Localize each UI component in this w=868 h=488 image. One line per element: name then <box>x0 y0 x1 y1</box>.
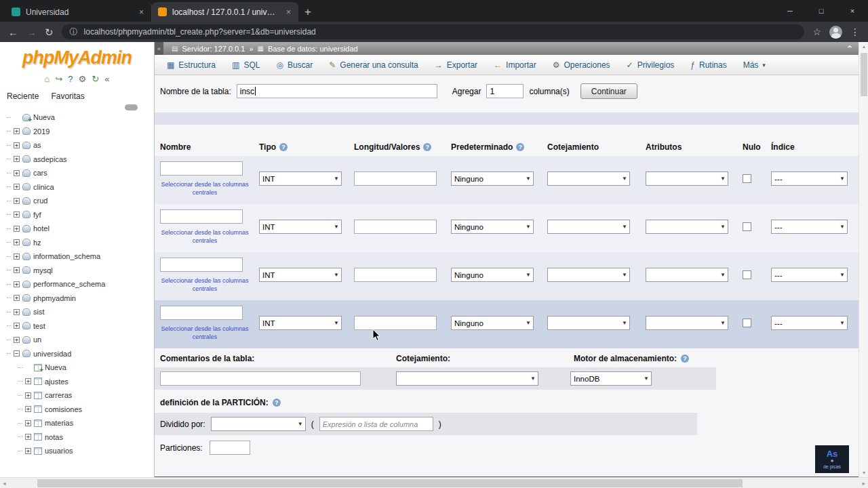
expand-icon[interactable]: + <box>25 420 31 426</box>
breadcrumb-server[interactable]: Servidor: 127.0.0.1 <box>182 45 245 53</box>
collapse-icon[interactable]: − <box>14 350 20 357</box>
favorites-tab[interactable]: Favoritas <box>51 92 84 101</box>
column-default-select[interactable]: Ninguno▼ <box>451 316 534 330</box>
expand-icon[interactable]: + <box>25 406 31 412</box>
tree-item-notas[interactable]: +notas <box>0 430 154 445</box>
tab-close-icon[interactable]: × <box>138 7 145 17</box>
tab-más[interactable]: Más▾ <box>735 55 774 75</box>
tree-item-universidad[interactable]: −universidad <box>0 347 154 361</box>
tab-privilegios[interactable]: ✓Privilegios <box>618 55 683 75</box>
tree-item-mysql[interactable]: +mysql <box>0 264 154 278</box>
expand-icon[interactable]: + <box>25 448 31 454</box>
partition-expression-input[interactable]: Expresión o lista de columna <box>319 417 433 431</box>
tree-item-test[interactable]: +test <box>0 319 154 333</box>
browser-tab-universidad[interactable]: Universidad × <box>5 2 152 22</box>
expand-icon[interactable]: + <box>14 239 20 245</box>
scroll-up-icon[interactable]: ▴ <box>859 43 868 49</box>
column-attributes-select[interactable]: ▼ <box>646 220 728 234</box>
vertical-scrollbar[interactable]: ▴ ▾ <box>859 42 868 477</box>
expand-icon[interactable]: + <box>14 128 20 134</box>
sidebar-settings-pill[interactable] <box>125 104 138 110</box>
column-length-input[interactable] <box>354 171 437 186</box>
maximize-button[interactable]: □ <box>806 0 837 22</box>
tab-importar[interactable]: ←Importar <box>486 55 545 75</box>
column-index-select[interactable]: ---▼ <box>771 220 848 234</box>
sidebar-collapse-handle[interactable]: « <box>155 42 163 55</box>
tree-item-un[interactable]: +un <box>0 333 154 347</box>
browser-tab-phpmyadmin[interactable]: localhost / 127.0.0.1 / universida... × <box>152 2 298 22</box>
column-index-select[interactable]: ---▼ <box>771 316 848 330</box>
table-comments-input[interactable] <box>160 371 361 386</box>
expand-icon[interactable]: + <box>25 434 31 440</box>
site-info-icon[interactable]: ⓘ <box>70 26 78 38</box>
tree-item-asdepicas[interactable]: +asdepicas <box>0 152 154 167</box>
horizontal-scrollbar[interactable]: ◂ ▸ <box>0 477 868 488</box>
tree-item-phpmyadmin[interactable]: +phpmyadmin <box>0 291 154 306</box>
partitions-input[interactable] <box>210 441 250 455</box>
central-columns-link[interactable]: Seleccionar desde las columnas centrales <box>160 228 250 245</box>
collapse-all-icon[interactable]: « <box>104 75 109 83</box>
new-tab-button[interactable]: + <box>298 3 317 22</box>
help-icon[interactable]: ? <box>273 399 281 407</box>
refresh-icon[interactable]: ↻ <box>92 75 99 83</box>
bookmark-star-icon[interactable]: ☆ <box>812 26 821 37</box>
phpmyadmin-logo[interactable]: phpMyAdmin <box>0 47 154 68</box>
column-collation-select[interactable]: ▼ <box>547 316 630 330</box>
docs-icon[interactable]: ? <box>68 75 73 83</box>
browser-menu-icon[interactable]: ⋮ <box>850 26 860 37</box>
column-length-input[interactable] <box>354 220 437 234</box>
storage-engine-select[interactable]: InnoDB ▼ <box>570 371 652 386</box>
column-collation-select[interactable]: ▼ <box>547 220 630 234</box>
address-bar[interactable]: ⓘ localhost/phpmyadmin/tbl_create.php?se… <box>62 24 805 39</box>
column-length-input[interactable] <box>354 316 437 330</box>
column-type-select[interactable]: INT▼ <box>259 220 342 234</box>
expand-icon[interactable]: + <box>14 267 20 273</box>
tab-generar-una-consulta[interactable]: ✎Generar una consulta <box>321 55 426 75</box>
tab-close-icon[interactable]: × <box>285 7 292 17</box>
tree-item-comisiones[interactable]: +comisiones <box>0 403 154 417</box>
tab-rutinas[interactable]: ƒRutinas <box>682 55 734 75</box>
help-icon[interactable]: ? <box>516 143 524 151</box>
column-collation-select[interactable]: ▼ <box>547 268 630 282</box>
add-columns-input[interactable]: 1 <box>486 84 524 98</box>
logout-icon[interactable]: ↪ <box>55 75 62 83</box>
expand-icon[interactable]: + <box>14 253 20 260</box>
null-checkbox[interactable] <box>743 319 751 327</box>
column-attributes-select[interactable]: ▼ <box>646 316 728 330</box>
expand-icon[interactable]: + <box>14 198 20 204</box>
tree-item-as[interactable]: +as <box>0 138 154 152</box>
expand-icon[interactable]: + <box>14 184 20 190</box>
tree-item-materias[interactable]: +materias <box>0 416 154 430</box>
forward-icon[interactable]: → <box>26 27 37 37</box>
column-collation-select[interactable]: ▼ <box>547 171 630 186</box>
expand-icon[interactable]: + <box>25 392 31 399</box>
tree-item-cars[interactable]: +cars <box>0 166 154 180</box>
tab-buscar[interactable]: ◎Buscar <box>268 55 321 75</box>
tree-item-carreras[interactable]: +carreras <box>0 388 154 403</box>
vertical-scroll-thumb[interactable] <box>861 53 867 96</box>
expand-icon[interactable]: + <box>14 323 20 329</box>
expand-icon[interactable]: + <box>14 281 20 287</box>
continue-button[interactable]: Continuar <box>580 83 637 99</box>
tree-item-clinica[interactable]: +clinica <box>0 180 154 195</box>
tree-item-ajustes[interactable]: +ajustes <box>0 375 154 389</box>
column-name-input[interactable] <box>160 161 243 176</box>
tab-estructura[interactable]: ▦Estructura <box>159 55 224 75</box>
column-name-input[interactable] <box>160 306 243 320</box>
null-checkbox[interactable] <box>743 222 751 231</box>
expand-icon[interactable]: + <box>14 309 20 315</box>
tab-exportar[interactable]: →Exportar <box>427 55 486 75</box>
partition-by-select[interactable]: ▼ <box>211 417 306 431</box>
null-checkbox[interactable] <box>743 174 751 183</box>
column-default-select[interactable]: Ninguno▼ <box>451 220 534 234</box>
help-icon[interactable]: ? <box>681 354 689 363</box>
profile-avatar[interactable] <box>829 26 842 39</box>
central-columns-link[interactable]: Seleccionar desde las columnas centrales <box>160 325 250 341</box>
tab-sql[interactable]: ▥SQL <box>224 55 268 75</box>
tree-item-sist[interactable]: +sist <box>0 305 154 319</box>
close-button[interactable]: × <box>837 0 868 22</box>
table-name-input[interactable]: insc <box>237 84 437 98</box>
tree-item-nueva[interactable]: +Nueva <box>0 110 154 125</box>
back-icon[interactable]: ← <box>8 27 18 37</box>
horizontal-scroll-thumb[interactable] <box>37 479 743 487</box>
